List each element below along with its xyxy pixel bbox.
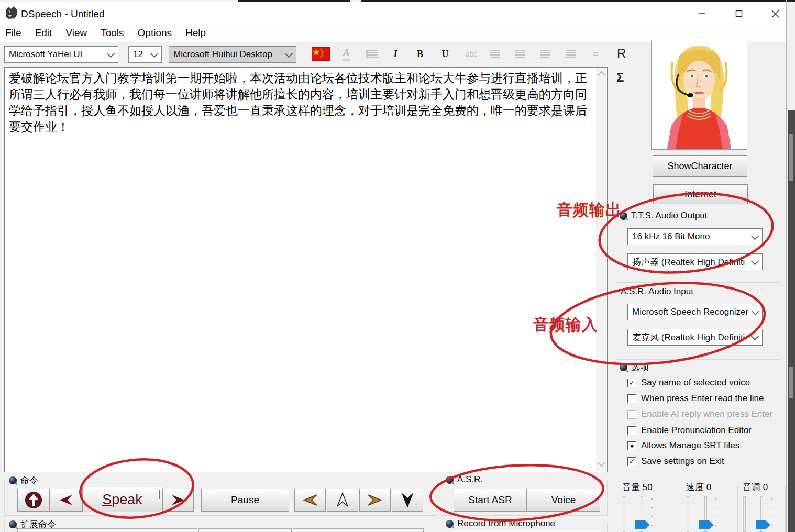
checkbox-icon[interactable]: ✓	[627, 457, 636, 466]
menu-edit[interactable]: Edit	[35, 27, 52, 39]
record-group-label: Record from Microphone	[443, 518, 558, 529]
partial-button[interactable]	[198, 528, 292, 532]
scroll-down-icon[interactable]	[598, 459, 606, 467]
language-flag-icon[interactable]	[312, 47, 330, 61]
checkbox-manage-srt[interactable]: ■ Allows Manage SRT files	[627, 440, 739, 451]
menu-bar: File Edit View Tools Options Help	[0, 24, 787, 42]
volume-ticks	[651, 498, 653, 530]
checkbox-icon[interactable]: ✓	[627, 379, 636, 387]
font-size-value: 12	[133, 49, 143, 60]
menu-tools[interactable]: Tools	[101, 27, 124, 39]
checkbox-pronunciation-editor[interactable]: Enable Pronunciation Editor	[627, 425, 752, 436]
arrow-right-icon	[171, 494, 185, 506]
pause-button[interactable]: Pause	[201, 489, 289, 512]
checkbox-save-settings[interactable]: ✓ Save settings on Exit	[627, 456, 724, 467]
close-button[interactable]	[763, 6, 787, 21]
align-right-icon	[539, 47, 551, 61]
menu-view[interactable]: View	[65, 27, 87, 39]
text-editor[interactable]: 爱破解论坛官方入门教学培训第一期开始啦，本次活动由论坛各位技术版主和论坛大牛参与…	[4, 67, 608, 472]
focus-rectangle	[85, 490, 160, 509]
speak-forward-button[interactable]	[162, 489, 194, 512]
speed-label: 速度 0	[684, 481, 713, 493]
maximize-button[interactable]	[727, 6, 751, 21]
checkbox-say-name[interactable]: ✓ Say name of selected voice	[627, 378, 750, 388]
chevron-down-icon	[150, 49, 159, 58]
nav-down-button[interactable]	[392, 489, 423, 512]
font-family-combo[interactable]: Microsoft YaHei UI	[4, 46, 118, 63]
show-character-button[interactable]: Show Character	[653, 155, 747, 177]
tts-group-label: T.T.S. Audio Output	[617, 210, 710, 221]
voice-value: Microsoft Huihui Desktop	[173, 49, 272, 60]
speed-ticks	[715, 498, 716, 530]
stop-button[interactable]	[17, 489, 50, 512]
italic-button[interactable]: I	[390, 47, 401, 61]
asr-engine-dropdown[interactable]: Microsoft Speech Recognizer	[627, 304, 763, 320]
volume-label: 音量 50	[620, 481, 655, 493]
start-asr-button[interactable]: Start ASR	[454, 489, 527, 512]
pitch-groove	[743, 496, 746, 532]
speak-button[interactable]: Speak	[82, 487, 162, 512]
nav-up-button[interactable]	[327, 489, 358, 512]
chevron-down-icon	[107, 49, 115, 58]
checkbox-enter-read[interactable]: When press Enter read the line	[627, 393, 764, 404]
partial-button[interactable]	[454, 530, 600, 532]
chevron-down-icon	[285, 49, 293, 58]
tts-group	[617, 216, 780, 283]
editor-scrollbar[interactable]	[596, 68, 606, 471]
tts-format-dropdown[interactable]: 16 kHz 16 Bit Mono	[627, 228, 763, 245]
chevron-down-icon	[751, 231, 759, 240]
pitch-ticks	[771, 498, 772, 530]
volume-groove	[623, 496, 625, 532]
background-window-strip	[789, 367, 793, 398]
editor-text: 爱破解论坛官方入门教学培训第一期开始啦，本次活动由论坛各位技术版主和论坛大牛参与…	[5, 68, 607, 138]
nav-left-icon	[302, 493, 318, 507]
checkbox-icon[interactable]	[627, 394, 636, 403]
sphere-icon	[446, 476, 454, 484]
asr-device-dropdown[interactable]: 麦克风 (Realtek High Definiti	[627, 329, 763, 346]
font-size-combo[interactable]: 12	[128, 46, 162, 63]
chevron-down-icon	[752, 307, 760, 315]
sigma-button[interactable]: Σ	[616, 70, 624, 85]
internet-label: Internet	[684, 189, 716, 200]
voice-combo[interactable]: Microsoft Huihui Desktop	[169, 46, 296, 63]
checkbox-icon	[627, 410, 636, 419]
window-right-edge	[786, 0, 787, 532]
strikethrough-icon: abc	[463, 47, 480, 61]
nav-right-button[interactable]	[359, 489, 391, 512]
menu-options[interactable]: Options	[138, 27, 172, 39]
nav-right-icon	[367, 493, 383, 507]
checkbox-icon[interactable]: ■	[627, 441, 636, 450]
stop-icon	[24, 491, 43, 509]
character-image	[651, 41, 747, 150]
tts-device-dropdown[interactable]: 扬声器 (Realtek High Definiti	[627, 253, 763, 270]
nav-left-button[interactable]	[294, 489, 326, 512]
options-group-label: 选项	[617, 361, 652, 373]
underline-button[interactable]: U	[439, 47, 451, 61]
voice-button[interactable]: Voice	[527, 489, 600, 512]
partial-button[interactable]	[17, 528, 197, 532]
menu-help[interactable]: Help	[185, 27, 206, 39]
list-icon	[365, 47, 379, 61]
background-window-strip	[789, 134, 793, 181]
asr-input-group-label: A.S.R. Audio Input	[618, 286, 696, 297]
r-button[interactable]: R	[617, 46, 626, 61]
chevron-down-icon	[751, 257, 759, 265]
annotation-audio-input: 音频输入	[533, 314, 598, 336]
app-icon	[4, 5, 19, 20]
sphere-icon	[620, 363, 627, 371]
show-character-label: Sho	[667, 161, 684, 172]
minimize-button[interactable]	[690, 6, 714, 21]
asr-command-group-label: A.S.R.	[443, 474, 485, 485]
arrow-left-icon	[59, 494, 73, 506]
bold-button[interactable]: B	[414, 47, 426, 61]
speak-back-button[interactable]	[50, 489, 82, 512]
internet-button[interactable]: Internet	[653, 184, 748, 204]
scroll-up-icon[interactable]	[598, 71, 606, 80]
font-family-value: Microsoft YaHei UI	[9, 49, 82, 60]
menu-file[interactable]: File	[5, 27, 21, 39]
annotation-audio-output: 音频输出	[557, 199, 622, 221]
checkbox-ai-reply: Enable AI reply when press Enter	[627, 409, 772, 419]
checkbox-icon[interactable]	[627, 426, 636, 435]
partial-button[interactable]	[293, 528, 424, 532]
asr-input-group	[617, 292, 780, 360]
